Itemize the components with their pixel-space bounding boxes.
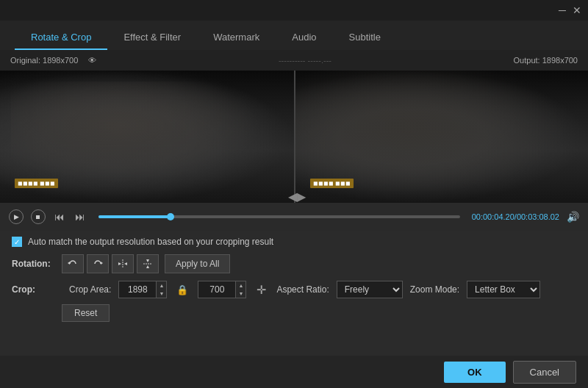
progress-thumb[interactable]	[167, 213, 174, 220]
scrubber-handle[interactable]: ◀▶	[288, 190, 300, 198]
controls-section: ✓ Auto match the output resolution based…	[0, 231, 588, 326]
tab-effect-filter[interactable]: Effect & Filter	[107, 26, 197, 50]
preview-area: ◼◼◼◼ ◼◼◼ ◀▶ ◼◼◼◼ ◼◼◼	[0, 71, 588, 203]
prev-frame-button[interactable]: ⏮	[53, 211, 66, 223]
rotation-label: Rotation:	[12, 259, 62, 269]
svg-marker-6	[146, 259, 149, 262]
preview-left-watermark: ◼◼◼◼ ◼◼◼	[15, 179, 58, 188]
auto-match-checkbox[interactable]: ✓	[12, 237, 22, 247]
width-down-button[interactable]: ▼	[157, 290, 166, 298]
height-input[interactable]	[198, 281, 236, 298]
eye-icon[interactable]: 👁	[88, 56, 96, 65]
svg-marker-4	[124, 262, 127, 265]
tabs-bar: Rotate & Crop Effect & Filter Watermark …	[0, 21, 588, 50]
width-spinners: ▲ ▼	[157, 281, 167, 298]
aspect-ratio-select[interactable]: Freely 16:9 4:3 1:1	[337, 281, 403, 298]
auto-match-row: ✓ Auto match the output resolution based…	[12, 237, 576, 247]
reset-button[interactable]: Reset	[62, 304, 110, 322]
tab-audio[interactable]: Audio	[276, 26, 332, 50]
svg-marker-1	[101, 262, 103, 265]
height-input-group: ▲ ▼	[198, 281, 246, 298]
total-time: 00:03:08.02	[517, 212, 559, 221]
preview-divider	[294, 71, 295, 203]
reset-row: Reset	[12, 304, 576, 322]
width-up-button[interactable]: ▲	[157, 281, 166, 290]
info-bar: Original: 1898x700 👁 ---------- -----.--…	[0, 50, 588, 71]
svg-marker-3	[118, 262, 121, 265]
width-input-group: ▲ ▼	[118, 281, 167, 298]
crop-row: Crop: Crop Area: ▲ ▼ 🔒 ▲ ▼ ✛ Aspect Rati…	[12, 281, 576, 298]
rotation-row: Rotation:	[12, 254, 576, 273]
ok-button[interactable]: OK	[444, 362, 506, 383]
flip-horizontal-button[interactable]	[112, 254, 134, 273]
aspect-ratio-label: Aspect Ratio:	[276, 284, 329, 295]
width-input[interactable]	[118, 281, 157, 298]
playback-bar: ▶ ⏹ ⏮ ⏭ 00:00:04.20/00:03:08.02 🔊	[0, 203, 588, 231]
file-label: ---------- -----.---	[279, 56, 331, 65]
rotate-left-button[interactable]	[62, 254, 84, 273]
minimize-button[interactable]: ─	[557, 5, 567, 15]
current-time: 00:00:04.20	[472, 212, 514, 221]
volume-icon[interactable]: 🔊	[567, 211, 579, 223]
cancel-button[interactable]: Cancel	[513, 361, 576, 384]
original-resolution: Original: 1898x700	[10, 56, 78, 65]
center-icon[interactable]: ✛	[257, 283, 266, 297]
flip-vertical-button[interactable]	[137, 254, 159, 273]
time-display: 00:00:04.20/00:03:08.02	[472, 212, 559, 221]
tab-watermark[interactable]: Watermark	[197, 26, 276, 50]
auto-match-label: Auto match the output resolution based o…	[28, 237, 273, 247]
preview-right: ◼◼◼◼ ◼◼◼	[294, 71, 588, 203]
height-down-button[interactable]: ▼	[236, 290, 245, 298]
tab-rotate-crop[interactable]: Rotate & Crop	[15, 26, 107, 50]
output-resolution: Output: 1898x700	[514, 56, 578, 65]
bottom-bar: OK Cancel	[0, 356, 588, 388]
apply-all-button[interactable]: Apply to All	[165, 254, 230, 273]
lock-icon[interactable]: 🔒	[176, 284, 188, 295]
stop-button[interactable]: ⏹	[31, 209, 46, 224]
crop-area-label: Crop Area:	[69, 284, 111, 295]
progress-track[interactable]	[98, 215, 460, 218]
zoom-mode-select[interactable]: Letter Box Pan & Scan Full	[467, 281, 540, 298]
svg-marker-0	[68, 262, 70, 265]
svg-marker-7	[146, 265, 149, 268]
close-button[interactable]: ✕	[572, 5, 582, 15]
next-frame-button[interactable]: ⏭	[74, 211, 87, 223]
preview-right-watermark: ◼◼◼◼ ◼◼◼	[310, 179, 354, 188]
height-spinners: ▲ ▼	[236, 281, 246, 298]
progress-fill	[98, 215, 171, 218]
play-button[interactable]: ▶	[9, 209, 24, 224]
rotate-right-button[interactable]	[87, 254, 109, 273]
title-bar: ─ ✕	[0, 0, 588, 21]
crop-label: Crop:	[12, 284, 62, 295]
height-up-button[interactable]: ▲	[236, 281, 245, 290]
zoom-mode-label: Zoom Mode:	[410, 284, 459, 295]
tab-subtitle[interactable]: Subtitle	[333, 26, 397, 50]
preview-left: ◼◼◼◼ ◼◼◼	[0, 71, 294, 203]
